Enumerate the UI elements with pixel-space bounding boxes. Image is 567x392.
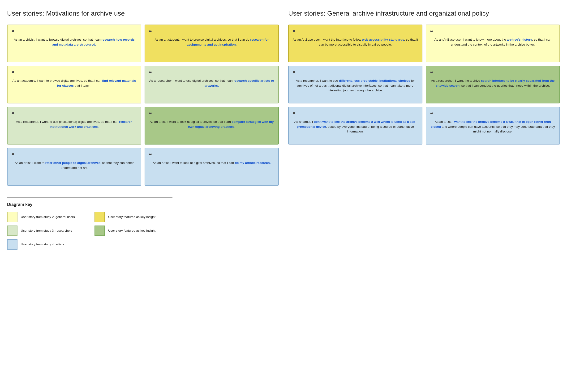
- card-artist-want-wiki-text: As an artist, I want to see the archive …: [430, 119, 556, 134]
- card-artist-refer-text: As an artist, I want to refer other peop…: [11, 161, 137, 170]
- key-label-1: User story from study 2: general users: [21, 215, 75, 219]
- key-label-5: User story featured as key insight: [108, 229, 156, 232]
- highlight-want-wiki: want to see the archive become a a wiki …: [431, 120, 551, 128]
- quote-mark-4: ❝: [149, 70, 274, 77]
- card-artist-compare: ❝ As an artist, I want to look at digita…: [145, 107, 279, 144]
- key-grid: User story from study 2: general users U…: [7, 212, 172, 250]
- highlight-researcher-institutional: research institutional work and practice…: [50, 120, 132, 128]
- card-artbase-history: ❝ As an ArtBase user, I want to know mor…: [426, 25, 560, 62]
- highlight-art-student: research for assignments and get inspira…: [187, 38, 269, 46]
- right-section-title: User stories: General archive infrastruc…: [288, 9, 560, 17]
- key-label-4: User story featured as key insight: [108, 215, 156, 219]
- card-artist-want-wiki: ❝ As an artist, I want to see the archiv…: [426, 107, 560, 144]
- key-label-2: User story from study 3: researchers: [21, 229, 72, 232]
- quote-mark-5: ❝: [11, 112, 137, 118]
- key-swatch-blue-light: [7, 239, 17, 250]
- card-artist-dont-want: ❝ As an artist, I don't want to see the …: [288, 107, 422, 144]
- key-item-3: User story from study 4: artists: [7, 239, 85, 250]
- highlight-artist-artistic: do my artistic research.: [235, 161, 271, 165]
- key-swatch-green-mid: [95, 225, 105, 236]
- card-researcher-specific-text: As a researcher, I want to use digital a…: [149, 78, 274, 88]
- quote-mark-r6: ❝: [430, 112, 556, 118]
- card-researcher-search-text: As a researcher, I want the archive sear…: [430, 78, 556, 88]
- card-researcher-different: ❝ As a researcher, I want to see differe…: [288, 66, 422, 103]
- right-cards-grid: ❝ As an ArtBase user, I want the interfa…: [288, 25, 560, 144]
- card-researcher-institutional-text: As a researcher, I want to use (institut…: [11, 119, 137, 129]
- highlight-academic: find relevant materials for classes: [57, 79, 136, 87]
- highlight-researcher-specific: research specific artists or artworks.: [205, 79, 274, 87]
- card-art-student: ❝ As an art student, I want to browse di…: [145, 25, 279, 62]
- left-cards-grid: ❝ As an archivist, I want to browse digi…: [7, 25, 279, 186]
- card-artist-artistic: ❝ As an artist, I want to look at digita…: [145, 148, 279, 186]
- main-layout: User stories: Motivations for archive us…: [7, 5, 560, 250]
- card-academic-text: As an academic, I want to browse digital…: [11, 78, 137, 88]
- highlight-dont-want: don't want to see the archive become a w…: [297, 120, 416, 128]
- quote-mark-6: ❝: [149, 112, 274, 118]
- highlight-history: archive's history: [507, 38, 532, 41]
- key-swatch-yellow-light: [7, 212, 17, 222]
- highlight-accessibility: web accessibility standards: [362, 38, 404, 41]
- card-artbase-history-text: As an ArtBase user, I want to know more …: [430, 37, 556, 47]
- quote-mark-r3: ❝: [293, 70, 418, 77]
- highlight-artist-compare: compare strategies with my own digital a…: [188, 120, 274, 128]
- key-label-3: User story from study 4: artists: [21, 242, 64, 246]
- card-researcher-institutional: ❝ As a researcher, I want to use (instit…: [7, 107, 141, 144]
- card-art-student-text: As an art student, I want to browse digi…: [149, 37, 274, 47]
- highlight-search: search interface to be clearly separated…: [436, 79, 555, 87]
- card-artbase-accessibility: ❝ As an ArtBase user, I want the interfa…: [288, 25, 422, 62]
- diagram-key-section: Diagram key User story from study 2: gen…: [7, 197, 172, 250]
- highlight-archivist: research how records and metadata are st…: [52, 38, 135, 46]
- key-item-4: User story featured as key insight: [95, 212, 172, 222]
- quote-mark-r5: ❝: [293, 112, 418, 118]
- quote-mark-7: ❝: [11, 153, 137, 159]
- quote-mark-8: ❝: [149, 153, 274, 159]
- card-artist-dont-want-text: As an artist, I don't want to see the ar…: [293, 119, 418, 134]
- key-item-2: User story from study 3: researchers: [7, 225, 85, 236]
- card-researcher-search: ❝ As a researcher, I want the archive se…: [426, 66, 560, 103]
- key-item-5: User story featured as key insight: [95, 225, 172, 236]
- left-section: User stories: Motivations for archive us…: [7, 5, 279, 250]
- card-archivist: ❝ As an archivist, I want to browse digi…: [7, 25, 141, 62]
- quote-mark-r1: ❝: [293, 29, 418, 35]
- card-researcher-different-text: As a researcher, I want to see different…: [293, 78, 418, 93]
- right-section: User stories: General archive infrastruc…: [288, 5, 560, 144]
- quote-mark-3: ❝: [11, 70, 137, 77]
- key-swatch-yellow-mid: [95, 212, 105, 222]
- quote-mark-1: ❝: [11, 29, 137, 35]
- card-researcher-specific: ❝ As a researcher, I want to use digital…: [145, 66, 279, 103]
- card-archivist-text: As an archivist, I want to browse digita…: [11, 37, 137, 47]
- highlight-artist-refer: refer other people to digital archives: [45, 161, 100, 165]
- key-swatch-green-light: [7, 225, 17, 236]
- card-artist-refer: ❝ As an artist, I want to refer other pe…: [7, 148, 141, 186]
- left-section-title: User stories: Motivations for archive us…: [7, 9, 279, 17]
- key-title: Diagram key: [7, 202, 172, 207]
- highlight-different: different, less predictable, institution…: [339, 79, 410, 83]
- card-artbase-accessibility-text: As an ArtBase user, I want the interface…: [293, 37, 418, 47]
- card-artist-artistic-text: As an artist, I want to look at digital …: [149, 161, 274, 166]
- card-academic: ❝ As an academic, I want to browse digit…: [7, 66, 141, 103]
- card-artist-compare-text: As an artist, I want to look at digital …: [149, 119, 274, 129]
- quote-mark-r2: ❝: [430, 29, 556, 35]
- quote-mark-2: ❝: [149, 29, 274, 35]
- key-item-1: User story from study 2: general users: [7, 212, 85, 222]
- quote-mark-r4: ❝: [430, 70, 556, 77]
